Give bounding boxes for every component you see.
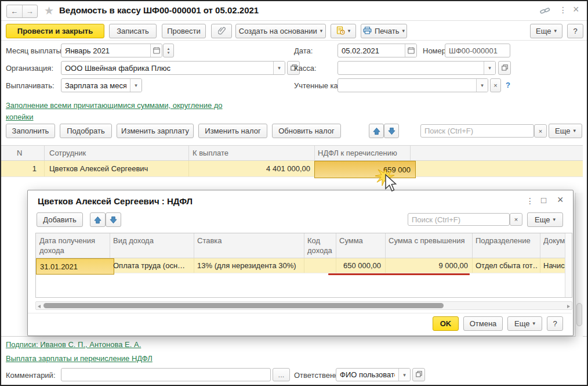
back-button[interactable]: ← <box>7 5 23 17</box>
move-down-button[interactable] <box>384 124 399 138</box>
add-row-button[interactable]: Добавить <box>37 212 83 227</box>
search-field[interactable] <box>420 124 534 138</box>
income-code-cell[interactable] <box>307 258 333 273</box>
accounted-input[interactable] <box>338 79 476 92</box>
dlg-col-department[interactable]: Подразделение <box>476 236 538 245</box>
pay-field[interactable]: ▾ <box>61 78 142 92</box>
forward-button[interactable]: → <box>23 5 38 17</box>
col-header-ndfl[interactable]: НДФЛ к перечислению <box>318 146 434 160</box>
responsible-input[interactable] <box>336 369 398 381</box>
dialog-search-input[interactable] <box>408 214 509 225</box>
ndfl-cell-selected[interactable]: 659 000 <box>314 161 416 178</box>
responsible-open-button[interactable] <box>412 368 425 381</box>
dialog-move-down-button[interactable] <box>106 212 121 227</box>
dialog-search-field[interactable] <box>408 213 510 226</box>
signatures-link[interactable]: Подписи: Иванов С. П., Антонова Е. А. <box>6 340 141 349</box>
chevron-down-icon[interactable]: ▾ <box>484 62 495 74</box>
chevron-down-icon[interactable]: ▾ <box>130 79 141 92</box>
dlg-col-excess[interactable]: Сумма с превышения <box>389 236 470 245</box>
month-input[interactable] <box>61 44 150 57</box>
search-clear-button[interactable]: × <box>534 124 547 138</box>
dlg-col-date[interactable]: Дата получения дохода <box>39 236 104 256</box>
date-cell-selected[interactable]: 31.01.2021 <box>36 258 114 275</box>
accounted-help-link[interactable]: ? <box>506 81 510 89</box>
close-icon[interactable]: × <box>573 3 579 16</box>
month-field[interactable] <box>61 44 162 57</box>
dialog-search-clear-button[interactable]: × <box>510 213 522 226</box>
change-salary-button[interactable]: Изменить зарплату <box>117 124 194 138</box>
chevron-down-icon[interactable]: ▾ <box>476 79 488 92</box>
number-input[interactable] <box>445 44 510 57</box>
col-header-to-pay[interactable]: К выплате <box>193 146 308 160</box>
dialog-maximize-icon[interactable]: □ <box>541 195 546 205</box>
number-field[interactable] <box>445 44 510 57</box>
dlg-col-amount[interactable]: Сумма <box>339 236 382 245</box>
amount-cell[interactable]: 650 000,00 <box>336 258 381 273</box>
rate-cell[interactable]: 13% (для нерезидента 30%) <box>197 258 302 273</box>
responsible-field[interactable]: ▾ <box>336 368 411 381</box>
dialog-close-icon[interactable]: × <box>557 194 564 206</box>
cash-field[interactable]: ▾ <box>337 61 496 75</box>
dialog-table-row[interactable]: 31.01.2021 Оплата труда (осн… 13% (для н… <box>36 258 565 273</box>
toolbar-help-button[interactable]: ? <box>567 24 583 38</box>
dlg-col-rate[interactable]: Ставка <box>197 236 300 245</box>
fill-button[interactable]: Заполнить <box>6 124 55 138</box>
pay-input[interactable] <box>61 79 130 92</box>
cash-input[interactable] <box>338 62 484 74</box>
comment-input[interactable] <box>61 369 270 381</box>
dialog-help-button[interactable]: ? <box>547 316 563 331</box>
vertical-scrollbar-thumb[interactable] <box>576 303 582 326</box>
post-and-close-button[interactable]: Провести и закрыть <box>6 24 104 38</box>
move-up-button[interactable] <box>369 124 384 138</box>
col-header-employee[interactable]: Сотрудник <box>49 146 183 160</box>
col-header-n[interactable]: N <box>17 146 40 160</box>
accounted-clear-button[interactable]: × <box>490 78 501 92</box>
search-input[interactable] <box>421 125 533 137</box>
row-number-cell[interactable]: 1 <box>1 161 37 176</box>
calendar-icon[interactable] <box>150 44 162 57</box>
employee-cell[interactable]: Цветков Алексей Сергеевич <box>49 161 186 176</box>
chevron-down-icon[interactable]: ▾ <box>398 369 410 381</box>
document-cell[interactable]: Начис <box>543 258 565 273</box>
hscroll-thumb[interactable] <box>43 303 444 308</box>
menu-kebab-icon[interactable]: ⋮ <box>559 5 567 15</box>
toolbar-more-button[interactable]: Еще▾ <box>530 24 562 38</box>
date-field[interactable] <box>337 44 417 57</box>
cancel-button[interactable]: Отмена <box>463 316 503 331</box>
copy-link-icon[interactable] <box>539 6 551 17</box>
to-pay-cell[interactable]: 4 401 000,00 <box>193 161 310 176</box>
document-journal-button[interactable]: ▾ <box>331 24 356 38</box>
dialog-more-button[interactable]: Еще▾ <box>507 316 542 331</box>
dialog-move-up-button[interactable] <box>90 212 106 227</box>
accounted-field[interactable]: ▾ <box>337 78 488 92</box>
table-row[interactable]: 1 Цветков Алексей Сергеевич 4 401 000,00… <box>1 161 583 177</box>
comment-field[interactable] <box>61 368 271 381</box>
date-input[interactable] <box>338 44 405 57</box>
dlg-col-income-code[interactable]: Код дохода <box>307 236 333 256</box>
attachments-button[interactable] <box>211 24 232 38</box>
month-spinner[interactable]: ▴ ▾ <box>163 44 174 57</box>
excess-amount-cell[interactable]: 9 000,00 <box>385 258 468 273</box>
change-tax-button[interactable]: Изменить налог <box>198 124 267 138</box>
list-more-button[interactable]: Еще▾ <box>549 124 582 138</box>
update-tax-button[interactable]: Обновить налог <box>272 124 341 138</box>
cash-open-button[interactable] <box>498 61 511 75</box>
dlg-col-document[interactable]: Докум <box>543 236 565 245</box>
dialog-list-more-button[interactable]: Еще▾ <box>527 212 563 227</box>
ok-button[interactable]: OK <box>433 316 459 331</box>
dlg-col-income-type[interactable]: Вид дохода <box>113 236 190 245</box>
organization-field[interactable]: ▾ <box>61 61 285 75</box>
dialog-table-vscrollbar[interactable] <box>565 233 572 298</box>
vertical-scrollbar[interactable] <box>575 193 583 337</box>
dialog-hscrollbar[interactable] <box>35 301 572 310</box>
write-button[interactable]: Записать <box>109 24 157 38</box>
pick-button[interactable]: Подобрать <box>60 124 112 138</box>
chevron-down-icon[interactable]: ▾ <box>273 62 285 74</box>
fill-settings-link[interactable]: Заполнение всеми причитающимися суммами,… <box>6 100 225 123</box>
post-button[interactable]: Провести <box>162 24 206 38</box>
payout-link[interactable]: Выплата зарплаты и перечисление НДФЛ <box>6 354 153 363</box>
department-cell[interactable]: Отдел сбыта гот… <box>476 258 538 273</box>
income-type-cell[interactable]: Оплата труда (осн… <box>113 258 191 273</box>
create-based-button[interactable]: Создать на основании▾ <box>235 24 326 38</box>
comment-more-button[interactable]: ... <box>273 368 290 381</box>
